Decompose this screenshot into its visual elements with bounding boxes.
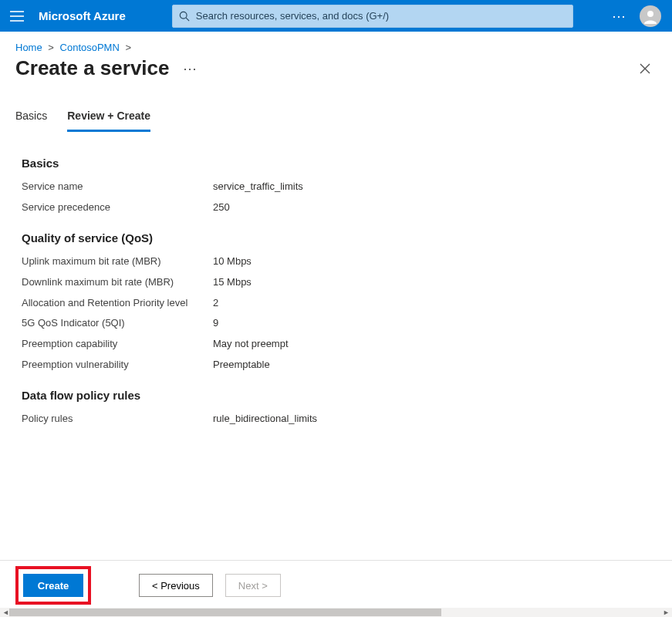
svg-point-3 bbox=[180, 12, 187, 19]
value-5qi: 9 bbox=[213, 317, 218, 330]
label-5qi: 5G QoS Indicator (5QI) bbox=[22, 317, 213, 330]
tab-basics[interactable]: Basics bbox=[15, 105, 47, 132]
breadcrumb: Home > ContosoPMN > bbox=[0, 32, 672, 55]
section-heading-dfp: Data flow policy rules bbox=[22, 389, 657, 402]
row-uplink-mbr: Uplink maximum bit rate (MBR) 10 Mbps bbox=[22, 255, 657, 268]
row-policy-rules: Policy rules rule_bidirectional_limits bbox=[22, 413, 657, 426]
value-uplink-mbr: 10 Mbps bbox=[213, 255, 252, 268]
svg-point-5 bbox=[647, 11, 653, 17]
chevron-right-icon: > bbox=[122, 42, 134, 53]
header-more-icon[interactable]: ⋯ bbox=[604, 8, 635, 25]
title-more-icon[interactable]: ⋯ bbox=[183, 60, 198, 77]
scroll-left-icon[interactable]: ◄ bbox=[0, 609, 12, 616]
row-downlink-mbr: Downlink maximum bit rate (MBR) 15 Mbps bbox=[22, 276, 657, 289]
row-5qi: 5G QoS Indicator (5QI) 9 bbox=[22, 317, 657, 330]
review-panel: Basics Service name service_traffic_limi… bbox=[0, 132, 672, 426]
tab-review-create[interactable]: Review + Create bbox=[67, 105, 150, 132]
value-downlink-mbr: 15 Mbps bbox=[213, 276, 252, 289]
value-service-name: service_traffic_limits bbox=[213, 180, 303, 194]
label-policy-rules: Policy rules bbox=[22, 413, 213, 426]
previous-button[interactable]: < Previous bbox=[139, 574, 213, 597]
scroll-thumb[interactable] bbox=[9, 609, 441, 616]
section-heading-basics: Basics bbox=[22, 157, 657, 170]
close-icon[interactable] bbox=[633, 60, 657, 77]
row-arp-level: Allocation and Retention Priority level … bbox=[22, 297, 657, 310]
brand-label[interactable]: Microsoft Azure bbox=[34, 9, 141, 22]
create-button[interactable]: Create bbox=[23, 574, 83, 597]
azure-header: Microsoft Azure ⋯ bbox=[0, 0, 672, 32]
next-button: Next > bbox=[225, 574, 281, 597]
user-avatar[interactable] bbox=[640, 5, 661, 27]
scroll-right-icon[interactable]: ► bbox=[660, 609, 672, 616]
breadcrumb-resource[interactable]: ContosoPMN bbox=[60, 42, 120, 53]
breadcrumb-home[interactable]: Home bbox=[15, 42, 42, 53]
create-highlight-box: Create bbox=[15, 566, 91, 605]
value-preempt-cap: May not preempt bbox=[213, 338, 289, 351]
search-icon bbox=[179, 11, 190, 22]
value-policy-rules: rule_bidirectional_limits bbox=[213, 413, 317, 426]
row-preempt-cap: Preemption capability May not preempt bbox=[22, 338, 657, 351]
tab-bar: Basics Review + Create bbox=[0, 83, 672, 132]
label-preempt-cap: Preemption capability bbox=[22, 338, 213, 351]
row-service-name: Service name service_traffic_limits bbox=[22, 180, 657, 194]
chevron-right-icon: > bbox=[45, 42, 57, 53]
label-service-name: Service name bbox=[22, 180, 213, 194]
label-downlink-mbr: Downlink maximum bit rate (MBR) bbox=[22, 276, 213, 289]
section-heading-qos: Quality of service (QoS) bbox=[22, 231, 657, 244]
row-preempt-vuln: Preemption vulnerability Preemptable bbox=[22, 359, 657, 372]
row-service-precedence: Service precedence 250 bbox=[22, 201, 657, 214]
footer-separator bbox=[0, 560, 672, 561]
horizontal-scrollbar[interactable]: ◄ ► bbox=[0, 608, 672, 617]
wizard-footer: Create < Previous Next > bbox=[0, 563, 672, 608]
label-arp-level: Allocation and Retention Priority level bbox=[22, 297, 213, 310]
value-arp-level: 2 bbox=[213, 297, 218, 310]
value-preempt-vuln: Preemptable bbox=[213, 359, 270, 372]
page-title-row: Create a service ⋯ bbox=[0, 55, 672, 83]
search-input[interactable] bbox=[194, 9, 566, 22]
page-title: Create a service bbox=[15, 56, 169, 80]
label-uplink-mbr: Uplink maximum bit rate (MBR) bbox=[22, 255, 213, 268]
value-service-precedence: 250 bbox=[213, 201, 230, 214]
global-search[interactable] bbox=[172, 5, 573, 28]
svg-line-4 bbox=[186, 18, 189, 21]
label-service-precedence: Service precedence bbox=[22, 201, 213, 214]
label-preempt-vuln: Preemption vulnerability bbox=[22, 359, 213, 372]
hamburger-menu-icon[interactable] bbox=[0, 0, 34, 32]
